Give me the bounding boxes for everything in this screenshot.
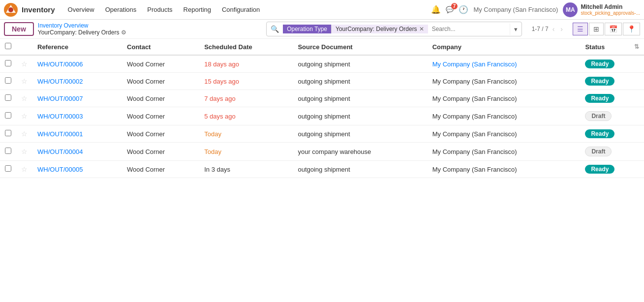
row-contact-cell: Wood Corner	[122, 125, 199, 143]
reference-link[interactable]: WH/OUT/00003	[37, 113, 83, 120]
map-view-button[interactable]: 📍	[623, 23, 640, 35]
row-checkbox-cell[interactable]	[0, 73, 16, 90]
reference-link[interactable]: WH/OUT/00007	[37, 95, 83, 102]
search-input[interactable]	[428, 24, 510, 34]
company-link[interactable]: My Company (San Francisco)	[432, 60, 517, 68]
operation-type-value: YourCompany: Delivery Orders	[336, 26, 417, 32]
chat-icon-wrap[interactable]: 💬 7	[446, 6, 454, 13]
row-star-cell[interactable]: ☆	[16, 55, 32, 73]
row-contact-cell: Wood Corner	[122, 73, 199, 90]
menu-configuration[interactable]: Configuration	[217, 4, 265, 15]
table-row: ☆WH/OUT/00001Wood CornerTodayoutgoing sh…	[0, 125, 644, 143]
gear-icon[interactable]: ⚙	[121, 29, 126, 36]
row-status-cell: Ready	[580, 55, 644, 73]
row-checkbox-cell[interactable]	[0, 161, 16, 178]
row-star-cell[interactable]: ☆	[16, 125, 32, 143]
row-checkbox[interactable]	[5, 148, 11, 154]
row-checkbox-cell[interactable]	[0, 107, 16, 125]
select-all-checkbox[interactable]	[5, 43, 11, 49]
operation-type-tag[interactable]: Operation Type	[283, 25, 331, 33]
chat-badge: 7	[451, 3, 458, 9]
favorite-icon[interactable]: ☆	[21, 130, 28, 138]
row-source-document-cell: outgoing shipment	[293, 107, 427, 125]
remove-filter-icon[interactable]: ✕	[419, 26, 424, 32]
row-checkbox[interactable]	[5, 60, 11, 66]
row-star-cell[interactable]: ☆	[16, 161, 32, 178]
column-sort-icon[interactable]: ⇅	[634, 43, 639, 50]
row-checkbox[interactable]	[5, 165, 11, 172]
scheduled-date: 18 days ago	[204, 60, 239, 68]
table-row: ☆WH/OUT/00006Wood Corner18 days agooutgo…	[0, 55, 644, 73]
contact-name: Wood Corner	[127, 60, 165, 68]
favorite-icon[interactable]: ☆	[21, 60, 28, 68]
source-document: outgoing shipment	[298, 130, 350, 138]
contact-name: Wood Corner	[127, 166, 165, 173]
user-role: stock_picking_approvals-...	[581, 10, 640, 16]
table-row: ☆WH/OUT/00002Wood Corner15 days agooutgo…	[0, 73, 644, 90]
select-all-header[interactable]	[0, 39, 16, 55]
row-star-cell[interactable]: ☆	[16, 107, 32, 125]
breadcrumb-parent[interactable]: Inventory Overview	[38, 22, 127, 29]
row-checkbox[interactable]	[5, 130, 11, 136]
row-checkbox[interactable]	[5, 77, 11, 84]
col-scheduled-date[interactable]: Scheduled Date	[199, 39, 293, 55]
col-status[interactable]: Status ⇅	[580, 39, 644, 55]
row-contact-cell: Wood Corner	[122, 90, 199, 107]
row-checkbox-cell[interactable]	[0, 143, 16, 161]
reference-link[interactable]: WH/OUT/00006	[37, 60, 83, 68]
status-badge: Ready	[585, 94, 614, 103]
menu-reporting[interactable]: Reporting	[179, 4, 216, 15]
row-reference-cell: WH/OUT/00003	[32, 107, 122, 125]
pagination: 1-7 / 7 ‹ ›	[532, 24, 565, 34]
favorite-icon[interactable]: ☆	[21, 112, 28, 120]
menu-overview[interactable]: Overview	[63, 4, 99, 15]
row-checkbox[interactable]	[5, 94, 11, 101]
new-button[interactable]: New	[4, 22, 34, 36]
row-star-cell[interactable]: ☆	[16, 90, 32, 107]
menu-products[interactable]: Products	[142, 4, 177, 15]
favorite-icon[interactable]: ☆	[21, 94, 28, 102]
row-date-cell: 5 days ago	[199, 107, 293, 125]
row-star-cell[interactable]: ☆	[16, 73, 32, 90]
row-checkbox-cell[interactable]	[0, 90, 16, 107]
prev-page-button[interactable]: ‹	[551, 24, 557, 34]
bell-icon[interactable]: 🔔	[431, 5, 441, 14]
kanban-view-button[interactable]: ⊞	[589, 23, 604, 35]
row-source-document-cell: your company warehouse	[293, 143, 427, 161]
menu-operations[interactable]: Operations	[100, 4, 142, 15]
col-source-document[interactable]: Source Document	[293, 39, 427, 55]
row-checkbox-cell[interactable]	[0, 125, 16, 143]
reference-link[interactable]: WH/OUT/00002	[37, 78, 83, 85]
col-company[interactable]: Company	[428, 39, 581, 55]
company-name: My Company (San Francisco)	[432, 95, 517, 102]
calendar-view-button[interactable]: 📅	[605, 23, 622, 35]
app-logo[interactable]	[4, 3, 18, 17]
row-company-cell: My Company (San Francisco)	[428, 107, 581, 125]
operation-type-value-tag[interactable]: YourCompany: Delivery Orders ✕	[331, 25, 428, 33]
search-dropdown-icon[interactable]: ▾	[510, 24, 521, 35]
row-star-cell[interactable]: ☆	[16, 143, 32, 161]
col-contact[interactable]: Contact	[122, 39, 199, 55]
row-checkbox[interactable]	[5, 112, 11, 119]
user-info: Mitchell Admin stock_picking_approvals-.…	[581, 3, 640, 16]
reference-link[interactable]: WH/OUT/00004	[37, 148, 83, 155]
app-name[interactable]: Inventory	[22, 5, 55, 14]
table-body: ☆WH/OUT/00006Wood Corner18 days agooutgo…	[0, 55, 644, 178]
table-container: Reference Contact Scheduled Date Source …	[0, 39, 644, 178]
list-view-button[interactable]: ☰	[573, 23, 588, 35]
row-reference-cell: WH/OUT/00001	[32, 125, 122, 143]
reference-link[interactable]: WH/OUT/00001	[37, 130, 83, 138]
next-page-button[interactable]: ›	[558, 24, 565, 34]
favorite-icon[interactable]: ☆	[21, 77, 28, 85]
col-reference[interactable]: Reference	[32, 39, 122, 55]
user-menu[interactable]: MA Mitchell Admin stock_picking_approval…	[563, 2, 640, 17]
row-source-document-cell: outgoing shipment	[293, 161, 427, 178]
reference-link[interactable]: WH/OUT/00005	[37, 166, 83, 173]
source-document: outgoing shipment	[298, 60, 350, 68]
favorite-icon[interactable]: ☆	[21, 165, 28, 173]
clock-icon[interactable]: 🕐	[459, 5, 468, 14]
status-badge: Draft	[585, 111, 612, 121]
row-checkbox-cell[interactable]	[0, 55, 16, 73]
table-row: ☆WH/OUT/00005Wood CornerIn 3 daysoutgoin…	[0, 161, 644, 178]
favorite-icon[interactable]: ☆	[21, 148, 28, 155]
